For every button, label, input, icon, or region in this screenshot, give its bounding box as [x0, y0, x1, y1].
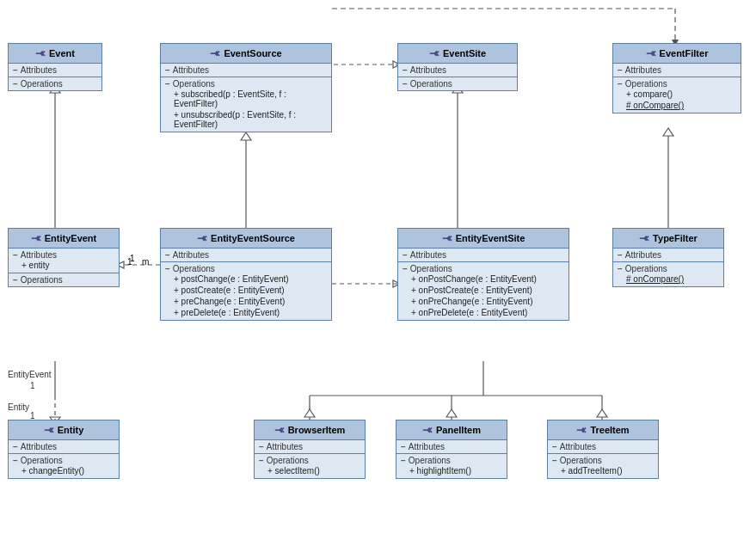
class-name-eventsource: EventSource: [224, 48, 281, 58]
class-eventsource-item-1-0: + subscribed(p : EventSite, f : EventFil…: [165, 89, 327, 109]
class-panelitem-section-0: −Attributes: [396, 440, 507, 454]
expand-icon: ⤛: [422, 423, 433, 437]
minus-icon: −: [13, 65, 18, 75]
class-treeitem-section-1: −Operations+ addTreeItem(): [548, 454, 658, 478]
minus-icon: −: [13, 442, 18, 451]
minus-icon: −: [403, 65, 408, 75]
minus-icon: −: [552, 442, 557, 451]
class-typefilter-section-1: −Operations# onCompare(): [613, 262, 723, 286]
minus-icon: −: [403, 264, 408, 273]
section-header-0: −Attributes: [13, 250, 114, 260]
class-event-section-0: −Attributes: [9, 64, 101, 77]
class-header-typefilter: ⤛TypeFilter: [613, 229, 723, 249]
section-label: Operations: [625, 79, 667, 89]
class-event-section-1: −Operations: [9, 77, 101, 90]
section-label: Operations: [410, 79, 452, 89]
class-header-entityeventsource: ⤛EntityEventSource: [161, 229, 331, 249]
section-header-0: −Attributes: [552, 442, 654, 451]
class-entityeventsite-section-0: −Attributes: [398, 249, 569, 262]
class-eventfilter-item-1-1: # onCompare(): [618, 100, 736, 111]
section-label: Operations: [410, 264, 452, 273]
class-browseritem-section-0: −Attributes: [255, 440, 365, 454]
minus-icon: −: [403, 79, 408, 89]
class-entityeventsite: ⤛EntityEventSite−Attributes−Operations+ …: [397, 228, 569, 321]
class-panelitem: ⤛PanelItem−Attributes−Operations+ highli…: [396, 420, 507, 479]
section-label: Attributes: [21, 65, 57, 75]
class-entityevent-section-0: −Attributes+ entity: [9, 249, 119, 273]
class-header-eventsource: ⤛EventSource: [161, 44, 331, 64]
section-header-0: −Attributes: [401, 442, 502, 451]
minus-icon: −: [259, 456, 264, 465]
section-label: Attributes: [410, 250, 446, 260]
entity-event-label: EntityEvent: [8, 370, 52, 379]
class-entityeventsite-item-1-1: + onPostCreate(e : EntityEvent): [403, 285, 564, 296]
class-entityeventsite-item-1-0: + onPostChange(e : EntityEvent): [403, 273, 564, 285]
section-label: Attributes: [560, 442, 596, 451]
class-treeitem: ⤛TreeItem−Attributes−Operations+ addTree…: [547, 420, 659, 479]
class-name-entityeventsource: EntityEventSource: [211, 233, 295, 243]
class-entity: ⤛Entity−Attributes−Operations+ changeEnt…: [8, 420, 120, 479]
section-label: Attributes: [21, 250, 57, 260]
section-label: Attributes: [409, 442, 445, 451]
expand-icon: ⤛: [210, 46, 220, 60]
class-entity-section-0: −Attributes: [9, 440, 119, 454]
class-entityeventsource-item-1-1: + postCreate(e : EntityEvent): [165, 285, 327, 296]
section-header-1: −Operations: [618, 264, 719, 273]
class-typefilter-section-0: −Attributes: [613, 249, 723, 262]
section-label: Attributes: [173, 65, 209, 75]
svg-marker-7: [241, 132, 251, 140]
class-browseritem: ⤛BrowserItem−Attributes−Operations+ sele…: [254, 420, 366, 479]
section-label: Operations: [409, 456, 451, 465]
minus-icon: −: [259, 442, 264, 451]
section-label: Attributes: [267, 442, 303, 451]
class-eventsource-item-1-1: + unsubscribed(p : EventSite, f : EventF…: [165, 109, 327, 130]
class-eventsite-section-0: −Attributes: [398, 64, 517, 77]
class-name-eventsite: EventSite: [443, 48, 486, 58]
expand-icon: ⤛: [35, 46, 46, 60]
multiplicity-m: m: [142, 257, 149, 267]
section-header-1: −Operations: [403, 264, 564, 273]
class-eventfilter-section-1: −Operations+ compare()# onCompare(): [613, 77, 741, 113]
class-entityeventsource-section-1: −Operations+ postChange(e : EntityEvent)…: [161, 262, 331, 320]
section-header-0: −Attributes: [618, 65, 736, 75]
section-header-0: −Attributes: [165, 250, 327, 260]
minus-icon: −: [165, 65, 170, 75]
class-entityeventsource: ⤛EntityEventSource−Attributes−Operations…: [160, 228, 332, 321]
section-header-1: −Operations: [401, 456, 502, 465]
section-label: Attributes: [625, 65, 661, 75]
class-entityeventsource-item-1-0: + postChange(e : EntityEvent): [165, 273, 327, 285]
minus-icon: −: [403, 250, 408, 260]
section-label: Attributes: [625, 250, 661, 260]
section-header-1: −Operations: [403, 79, 513, 89]
minus-icon: −: [13, 275, 18, 285]
label-1: 1: [130, 254, 135, 263]
expand-icon: ⤛: [31, 231, 41, 245]
class-panelitem-item-1-0: + highlightItem(): [401, 465, 502, 476]
class-eventfilter-item-1-0: + compare(): [618, 89, 736, 100]
class-entityevent-section-1: −Operations: [9, 273, 119, 286]
section-header-1: −Operations: [165, 79, 327, 89]
class-entityevent: ⤛EntityEvent−Attributes+ entity−Operatio…: [8, 228, 120, 287]
minus-icon: −: [618, 79, 623, 89]
class-browseritem-item-1-0: + selectItem(): [259, 465, 360, 476]
minus-icon: −: [13, 79, 18, 89]
expand-icon: ⤛: [576, 423, 587, 437]
class-header-entityeventsite: ⤛EntityEventSite: [398, 229, 569, 249]
section-header-0: −Attributes: [165, 65, 327, 75]
class-entityeventsite-item-1-2: + onPreChange(e : EntityEvent): [403, 296, 564, 307]
section-label: Operations: [21, 456, 63, 465]
minus-icon: −: [401, 456, 406, 465]
class-event: ⤛Event−Attributes−Operations: [8, 43, 102, 91]
svg-marker-21: [304, 409, 315, 417]
class-entityevent-item-0-0: + entity: [13, 260, 114, 271]
minus-icon: −: [165, 250, 170, 260]
minus-icon: −: [165, 264, 170, 273]
class-name-panelitem: PanelItem: [436, 425, 481, 435]
section-header-1: −Operations: [13, 275, 114, 285]
class-treeitem-section-0: −Attributes: [548, 440, 658, 454]
class-header-browseritem: ⤛BrowserItem: [255, 420, 365, 440]
class-name-entityevent: EntityEvent: [45, 233, 97, 243]
section-label: Operations: [173, 264, 215, 273]
section-header-1: −Operations: [552, 456, 654, 465]
section-header-0: −Attributes: [618, 250, 719, 260]
